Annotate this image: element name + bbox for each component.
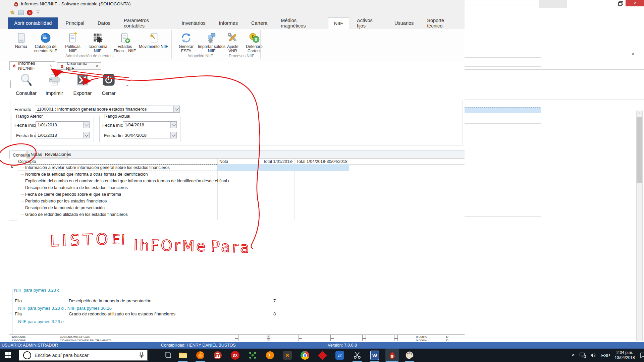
table-row[interactable]: Explicación del cambio en el nombre de l… [21,179,229,183]
close-icon[interactable]: × [50,63,52,68]
consultar-button[interactable]: Consultar [12,73,40,96]
cerrar-button[interactable]: Cerrar [97,73,121,96]
menu-tab-principal[interactable]: Principal [60,17,90,29]
menu-abrir-contabilidad[interactable]: Abrir contabilidad [8,17,58,29]
checkbox[interactable] [362,339,366,341]
search-input[interactable] [34,352,139,358]
table-row[interactable]: Descripción de la naturaleza de los esta… [21,185,470,190]
wizard-icon[interactable] [9,10,15,15]
overlay-selected-row[interactable] [465,107,541,113]
fecha-inicial-anterior-combo[interactable]: 1/01/2018 [36,121,90,128]
tab-revelaciones[interactable]: Revelaciones [42,151,68,158]
table-row[interactable]: 12000506 GASODOMESTICOS ✓ 0.000% D [9,335,465,338]
speaker-icon[interactable] [590,353,597,358]
taskbar-item-firefox[interactable] [194,349,207,362]
col-concepto[interactable]: Concepto [18,159,36,164]
ribbon-item-politicas[interactable]: Políticas NIIF [61,30,85,53]
table-row[interactable]: 12000505 CONSIGNACIONES EN TRANSITO ✓ 0.… [9,338,465,341]
ribbon-item-taxonomia[interactable]: Taxonomia NIIF [85,30,111,53]
taskbar-item-chrome[interactable] [298,349,312,362]
taskbar-item-snipping[interactable] [351,349,364,362]
doc-tab-informes[interactable]: Informes NIC/NIIF × [9,61,55,70]
col-nota[interactable]: Nota [219,159,228,164]
checkbox[interactable] [235,339,238,341]
taskbar-search[interactable] [19,350,148,361]
language-indicator[interactable]: ESP [601,353,610,358]
restore-button[interactable] [618,1,624,6]
taskbar-item-sublime[interactable]: S [281,349,294,362]
menu-tab-parametros-contables[interactable]: Parametros contables [118,17,174,29]
doc-tab-taxonomia[interactable]: Taxonomía NIIF × [57,62,101,70]
taskbar-item-word[interactable]: W [368,349,381,362]
taskbar-item-bank-app[interactable] [211,349,224,362]
niif-ref[interactable]: NIIF para pymes 3.23 c [14,289,59,293]
menu-tab-cartera[interactable]: Cartera [246,17,273,29]
menu-tab-activos-fijos[interactable]: Activos fijos [351,17,387,29]
table-row[interactable]: Periodo cubierto por los estados financi… [21,199,470,203]
dropdown-button[interactable] [173,106,179,112]
fecha-final-actual-combo[interactable]: 30/04/2018 [123,132,177,138]
menu-tab-usuarios[interactable]: Usuarios [389,17,419,29]
table-row[interactable]: Nombre de la entidad que informa u otras… [21,172,470,177]
ribbon-item-importar-saldos[interactable]: Importar saldos NIIF [197,30,226,53]
taskbar-item-xampp[interactable] [263,349,277,362]
network-icon[interactable] [579,352,586,358]
ribbon-item-movimiento[interactable]: Movimiento NIIF [139,30,168,49]
start-button[interactable] [1,349,15,362]
close-button[interactable]: × [626,0,644,6]
menu-tab-datos[interactable]: Datos [92,17,116,29]
calendar-icon[interactable] [18,10,24,15]
table-row[interactable]: Fecha de cierre del periodo sobre el que… [21,192,470,197]
tray-caret-icon[interactable]: ^ [572,353,575,358]
dropdown-button[interactable] [170,132,176,138]
ribbon-item-norma[interactable]: Norma [12,30,30,49]
ribbon-item-ajuste-vnr[interactable]: Ajuste VNR [223,30,242,53]
scrollbar[interactable]: ^ [636,111,643,341]
clock[interactable]: 2:04 p.m. 13/04/2018 [615,350,635,360]
taskbar-item-paint[interactable] [403,349,416,362]
dropdown-button[interactable] [83,122,89,128]
niif-ref[interactable]: NIIF para pymes 3.23 e [18,319,64,324]
table-row[interactable]: Descripción de la moneda de presentación [21,205,470,210]
menu-tab-medios-magneticos[interactable]: Médios magnéticos [275,17,326,29]
checkbox[interactable] [299,339,302,341]
dropdown-button[interactable] [83,132,89,138]
ribbon-item-generar-esfa[interactable]: Generar ESFA [175,30,197,53]
menu-tab-niif[interactable]: NIIF [328,17,349,29]
exportar-button[interactable]: Exportar [68,73,97,96]
menu-tab-inventarios[interactable]: Inventarios [176,17,211,29]
microphone-icon[interactable] [139,352,144,359]
col-total-2[interactable]: Total 1/04/2018-30/04/2018 [295,159,347,164]
collapse-caret-icon[interactable]: ^ [632,52,635,58]
ribbon-item-deterioro-cartera[interactable]: €$ Deterioro Cartera [242,30,266,53]
fecha-inicial-actual-combo[interactable]: 1/04/2018 [123,121,177,128]
scrollbar-thumb[interactable] [637,117,642,183]
imprimir-button[interactable]: Imprimir [40,73,68,96]
menu-tab-soporte-tecnico[interactable]: Soporte técnico [421,17,465,29]
ribbon-item-estados[interactable]: Estados Finan... NIIF [111,30,139,53]
taskbar-item-sohoconta[interactable] [385,349,399,362]
taskbar-item-file-explorer[interactable] [176,349,190,362]
taskbar-item-ib[interactable] [246,349,259,362]
close-icon[interactable]: × [96,64,98,68]
taskbar-item-teamviewer[interactable]: ⇄ [333,349,346,362]
minimize-button[interactable]: – [609,1,617,7]
ribbon-item-catalogo[interactable]: NIIF Catalogo de cuentas NIIF [30,30,61,53]
table-row[interactable]: Información a revelar sobre información … [21,165,216,170]
close-circle-icon[interactable]: × [27,10,33,15]
fecha-final-anterior-combo[interactable]: 1/01/2018 [36,132,90,138]
niif-ref[interactable]: NIIF para pymes 3.23 d , NIIF para pymes… [18,306,112,311]
scrollbar-up-arrow[interactable]: ^ [637,111,642,117]
formato-combobox[interactable]: 1100001 : Información general sobre esta… [35,106,180,113]
taskbar-item-anydesk[interactable] [316,349,329,362]
taskbar-item-dx[interactable]: DX [228,349,242,362]
action-center-icon[interactable] [640,352,644,358]
toolbar-overflow-icon[interactable]: ⌄ [36,10,40,14]
table-row[interactable]: Grado de redondeo utilizado en los estad… [21,212,470,217]
menu-tab-informes[interactable]: Informes [213,17,244,29]
selected-cells[interactable] [217,164,349,171]
expand-arrow-icon[interactable]: ▶ [11,166,13,169]
checkbox[interactable] [394,339,398,341]
dropdown-button[interactable] [170,122,176,128]
task-view-button[interactable] [162,349,175,362]
